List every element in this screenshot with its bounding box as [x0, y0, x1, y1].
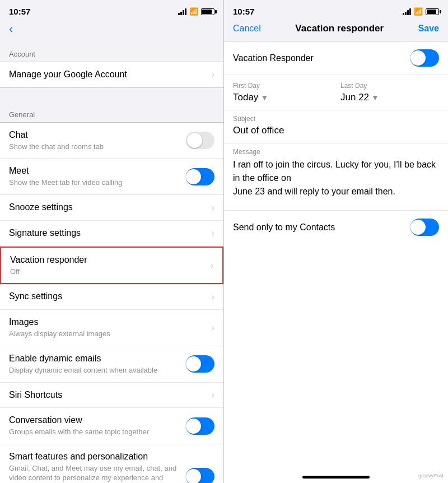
snooze-chevron-icon: › [212, 203, 214, 213]
right-signal-icon [403, 8, 411, 15]
last-day-dropdown[interactable]: Jun 22 ▼ [340, 92, 439, 103]
images-subtitle: Always display external images [9, 329, 207, 339]
account-group: Manage your Google Account › [0, 62, 223, 88]
dynamic-emails-toggle-knob [186, 356, 201, 371]
right-panel: 10:57 📶 Cancel Vacation responder Save V… [224, 0, 448, 483]
meet-row[interactable]: Meet Show the Meet tab for video calling [0, 159, 223, 195]
first-day-dropdown[interactable]: Today ▼ [233, 92, 332, 103]
right-status-icons: 📶 [403, 7, 439, 16]
vacation-responder-label: Vacation Responder [233, 53, 410, 63]
dynamic-emails-toggle[interactable] [186, 355, 214, 373]
first-day-dropdown-arrow-icon: ▼ [260, 93, 268, 102]
first-day-field[interactable]: First Day Today ▼ [233, 82, 332, 103]
conversation-row[interactable]: Conversation view Groups emails with the… [0, 408, 223, 444]
signature-chevron-icon: › [212, 228, 214, 238]
manage-google-row[interactable]: Manage your Google Account › [0, 62, 223, 87]
subject-value: Out of office [233, 125, 439, 136]
first-day-label: First Day [233, 82, 332, 90]
last-day-value: Jun 22 [340, 92, 369, 103]
chat-subtitle: Show the chat and rooms tab [9, 142, 186, 152]
siri-title: Siri Shortcuts [9, 389, 207, 401]
vacation-nav-bar: Cancel Vacation responder Save [224, 20, 448, 41]
siri-chevron-icon: › [212, 390, 214, 400]
left-time: 10:57 [9, 7, 30, 16]
dynamic-emails-subtitle: Display dynamic email content when avail… [9, 366, 186, 375]
vacation-responder-toggle-knob [410, 50, 426, 66]
account-section-header: Account [0, 41, 223, 62]
vacation-responder-row[interactable]: Vacation Responder [224, 41, 448, 75]
last-day-dropdown-arrow-icon: ▼ [371, 93, 379, 102]
conversation-toggle[interactable] [186, 417, 214, 435]
message-value: I ran off to join the circus. Lucky for … [233, 158, 439, 198]
images-title: Images [9, 317, 207, 328]
meet-title: Meet [9, 165, 186, 177]
conversation-toggle-knob [186, 419, 201, 434]
home-indicator [224, 464, 448, 483]
first-day-value: Today [233, 92, 258, 103]
smart-features-row[interactable]: Smart features and personalization Gmail… [0, 444, 223, 483]
sync-chevron-icon: › [212, 292, 214, 302]
meet-subtitle: Show the Meet tab for video calling [9, 178, 186, 188]
message-section[interactable]: Message I ran off to join the circus. Lu… [224, 143, 448, 211]
smart-features-subtitle: Gmail, Chat, and Meet may use my email, … [9, 464, 186, 483]
send-contacts-row[interactable]: Send only to my Contacts [224, 211, 448, 244]
right-battery-icon [426, 8, 439, 15]
siri-row[interactable]: Siri Shortcuts › [0, 383, 223, 408]
manage-google-title: Manage your Google Account [9, 69, 207, 81]
vacation-responder-toggle[interactable] [410, 49, 439, 67]
section-spacer [0, 88, 223, 101]
left-panel: 10:57 📶 ‹ Account Manage your Google Acc… [0, 0, 224, 483]
battery-icon [201, 8, 214, 15]
cancel-button[interactable]: Cancel [233, 24, 261, 34]
send-contacts-toggle-knob [410, 220, 426, 235]
last-day-label: Last Day [340, 82, 439, 90]
settings-list: Account Manage your Google Account › Gen… [0, 41, 223, 483]
general-section-header: General [0, 101, 223, 122]
sync-title: Sync settings [9, 291, 207, 303]
chat-row[interactable]: Chat Show the chat and rooms tab [0, 123, 223, 159]
vacation-row[interactable]: Vacation responder Off › [0, 247, 223, 285]
subject-label: Subject [233, 115, 439, 123]
save-button[interactable]: Save [418, 24, 439, 34]
chat-title: Chat [9, 129, 186, 141]
subject-section[interactable]: Subject Out of office [224, 110, 448, 143]
right-time: 10:57 [233, 7, 254, 16]
snooze-title: Snooze settings [9, 202, 207, 213]
meet-toggle-knob [186, 169, 201, 184]
message-label: Message [233, 148, 439, 156]
back-button[interactable]: ‹ [9, 22, 13, 36]
vacation-subtitle: Off [10, 267, 206, 277]
watermark: groovyPost [418, 473, 444, 479]
home-bar [302, 476, 370, 479]
left-status-icons: 📶 [178, 7, 214, 16]
signature-row[interactable]: Signature settings › [0, 221, 223, 247]
signal-icon [178, 8, 186, 15]
dynamic-emails-title: Enable dynamic emails [9, 353, 186, 365]
right-wifi-icon: 📶 [414, 7, 423, 16]
snooze-row[interactable]: Snooze settings › [0, 195, 223, 221]
smart-features-toggle[interactable] [186, 468, 214, 483]
smart-features-toggle-knob [186, 469, 201, 483]
vacation-title: Vacation responder [10, 254, 206, 266]
sync-row[interactable]: Sync settings › [0, 284, 223, 310]
chevron-icon: › [212, 69, 214, 80]
chat-toggle[interactable] [186, 132, 214, 149]
left-status-bar: 10:57 📶 [0, 0, 223, 20]
images-chevron-icon: › [212, 323, 214, 333]
dynamic-emails-row[interactable]: Enable dynamic emails Display dynamic em… [0, 346, 223, 383]
date-section: First Day Today ▼ Last Day Jun 22 ▼ [224, 75, 448, 110]
send-contacts-toggle[interactable] [410, 219, 439, 236]
left-nav-bar: ‹ [0, 20, 223, 41]
conversation-subtitle: Groups emails with the same topic togeth… [9, 428, 186, 437]
meet-toggle[interactable] [186, 168, 214, 185]
vacation-form: Vacation Responder First Day Today ▼ Las… [224, 41, 448, 464]
chat-toggle-knob [187, 133, 202, 148]
general-group: Chat Show the chat and rooms tab Meet Sh… [0, 122, 223, 483]
last-day-field[interactable]: Last Day Jun 22 ▼ [340, 82, 439, 103]
wifi-icon: 📶 [189, 7, 198, 16]
right-status-bar: 10:57 📶 [224, 0, 448, 20]
images-row[interactable]: Images Always display external images › [0, 310, 223, 346]
signature-title: Signature settings [9, 227, 207, 239]
vacation-chevron-icon: › [211, 261, 213, 271]
smart-features-title: Smart features and personalization [9, 451, 186, 463]
